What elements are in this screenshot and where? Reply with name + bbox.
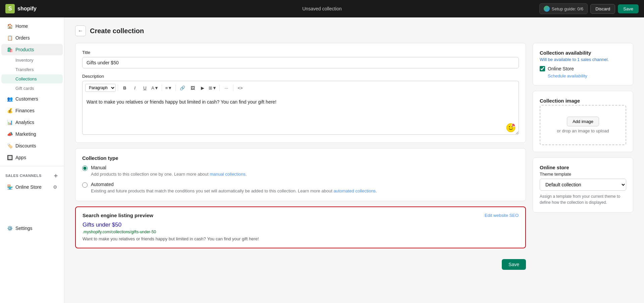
sidebar-sub-item-collections[interactable]: Collections: [1, 74, 63, 83]
availability-title: Collection availability: [540, 50, 626, 56]
bold-button[interactable]: B: [120, 83, 129, 93]
setup-guide-button[interactable]: Setup guide: 0/6: [539, 3, 588, 14]
online-store-checkbox[interactable]: [540, 66, 545, 71]
left-column: Title Description Paragraph B I: [75, 43, 526, 275]
sidebar-item-finances[interactable]: 💰 Finances: [1, 105, 63, 116]
online-store-card-title: Online store: [540, 165, 626, 170]
sidebar-item-apps[interactable]: 🔲 Apps: [1, 152, 63, 163]
seo-header: Search engine listing preview Edit websi…: [83, 213, 519, 218]
shopify-icon: S: [5, 4, 15, 13]
more-icon: ···: [225, 85, 228, 90]
toolbar-divider-4: [219, 84, 220, 91]
save-button-bottom[interactable]: Save: [502, 259, 526, 270]
online-store-label: Online Store: [15, 184, 42, 190]
automated-option: Automated Existing and future products t…: [82, 182, 519, 194]
sidebar-item-analytics[interactable]: 📊 Analytics: [1, 117, 63, 128]
font-color-button[interactable]: A▼: [150, 83, 160, 93]
sidebar-sub-item-gift-cards[interactable]: Gift cards: [1, 84, 63, 93]
automated-radio[interactable]: [82, 182, 88, 188]
sidebar-item-marketing[interactable]: 📣 Marketing: [1, 128, 63, 140]
collection-image-title: Collection image: [540, 98, 626, 104]
manual-description: Add products to this collection one by o…: [91, 171, 247, 178]
sidebar-item-home[interactable]: 🏠 Home: [1, 20, 63, 32]
sidebar-item-label: Orders: [15, 35, 30, 41]
online-store-settings-icon[interactable]: ⚙: [53, 184, 57, 190]
add-image-button[interactable]: Add image: [567, 117, 599, 126]
sidebar-item-label: Discounts: [15, 143, 36, 148]
sidebar-item-label: Home: [15, 23, 28, 29]
sidebar-item-label: Apps: [15, 155, 26, 160]
analytics-icon: 📊: [7, 119, 13, 125]
back-icon: ←: [78, 28, 83, 34]
code-icon: <>: [237, 85, 243, 90]
sidebar-item-products[interactable]: 🛍️ Products: [1, 44, 63, 55]
back-button[interactable]: ←: [75, 25, 86, 36]
description-label: Description: [82, 74, 519, 79]
sidebar: 🏠 Home 📋 Orders 🛍️ Products Inventory Tr…: [0, 17, 64, 303]
top-navigation: S shopify Unsaved collection Setup guide…: [0, 0, 644, 17]
online-store-checkbox-label[interactable]: Online Store: [548, 66, 574, 71]
upload-hint: or drop an image to upload: [557, 128, 609, 133]
seo-preview-card: Search engine listing preview Edit websi…: [75, 206, 526, 248]
schedule-availability-link[interactable]: Schedule availability: [548, 73, 626, 78]
paragraph-select[interactable]: Paragraph: [85, 84, 116, 92]
products-icon: 🛍️: [7, 47, 13, 53]
sidebar-item-label: Marketing: [15, 131, 36, 137]
svg-point-2: [509, 126, 510, 127]
sidebar-item-settings[interactable]: ⚙️ Settings: [1, 223, 63, 234]
sidebar-item-online-store[interactable]: 🏪 Online Store ⚙: [1, 181, 63, 193]
description-textarea[interactable]: Want to make you relatives or friends ha…: [82, 95, 519, 135]
collection-type-title: Collection type: [82, 155, 519, 161]
automated-collections-link[interactable]: automated collections: [333, 188, 376, 193]
automated-option-content: Automated Existing and future products t…: [91, 182, 377, 194]
title-label: Title: [82, 50, 519, 55]
sidebar-item-label: Products: [15, 47, 34, 52]
add-sales-channel-icon[interactable]: ＋: [53, 172, 59, 180]
setup-guide-icon: [544, 6, 550, 12]
theme-hint: Assign a template from your current them…: [540, 193, 626, 205]
content-grid: Title Description Paragraph B I: [75, 43, 633, 275]
table-button[interactable]: ⊞▼: [208, 83, 217, 93]
seo-card-title: Search engine listing preview: [83, 213, 153, 218]
underline-button[interactable]: U: [140, 83, 150, 93]
sidebar-divider: [0, 166, 64, 166]
sidebar-sub-item-inventory[interactable]: Inventory: [1, 56, 63, 65]
finances-icon: 💰: [7, 108, 13, 114]
sidebar-item-orders[interactable]: 📋 Orders: [1, 32, 63, 44]
sales-channels-section: Sales channels ＋: [0, 169, 64, 181]
image-button[interactable]: 🖼: [188, 83, 197, 93]
manual-radio[interactable]: [82, 166, 88, 171]
image-upload-area[interactable]: Add image or drop an image to upload: [540, 105, 626, 145]
right-column: Collection availability Will be availabl…: [533, 43, 633, 218]
main-content: ← Create collection Title Description: [64, 17, 644, 303]
more-button[interactable]: ···: [222, 83, 231, 93]
video-button[interactable]: ▶: [198, 83, 207, 93]
code-button[interactable]: <>: [235, 83, 245, 93]
sidebar-item-label: Analytics: [15, 120, 34, 125]
title-description-card: Title Description Paragraph B I: [75, 43, 526, 143]
emoji-indicator[interactable]: 1: [506, 123, 516, 132]
sidebar-item-customers[interactable]: 👥 Customers: [1, 93, 63, 105]
sidebar-item-discounts[interactable]: 🏷️ Discounts: [1, 140, 63, 152]
home-icon: 🏠: [7, 23, 13, 29]
apps-icon: 🔲: [7, 155, 13, 161]
top-nav-actions: Setup guide: 0/6 Discard Save: [539, 3, 639, 14]
manual-option: Manual Add products to this collection o…: [82, 165, 519, 178]
theme-template-select[interactable]: Default collection: [540, 179, 626, 191]
title-input[interactable]: [82, 57, 519, 68]
title-section: Title: [82, 50, 519, 68]
video-icon: ▶: [201, 85, 204, 90]
sidebar-sub-item-transfers[interactable]: Transfers: [1, 65, 63, 74]
discard-button[interactable]: Discard: [590, 4, 615, 14]
save-button-top[interactable]: Save: [618, 4, 639, 13]
edit-seo-link[interactable]: Edit website SEO: [485, 213, 519, 218]
manual-collections-link[interactable]: manual collections: [210, 172, 246, 177]
manual-label: Manual: [91, 165, 247, 170]
toolbar-divider-1: [118, 84, 118, 91]
manual-option-content: Manual Add products to this collection o…: [91, 165, 247, 178]
align-button[interactable]: ≡▼: [164, 83, 173, 93]
link-button[interactable]: 🔗: [178, 83, 187, 93]
italic-button[interactable]: I: [130, 83, 140, 93]
table-icon: ⊞▼: [209, 85, 217, 90]
sidebar-item-label: Customers: [15, 96, 38, 102]
